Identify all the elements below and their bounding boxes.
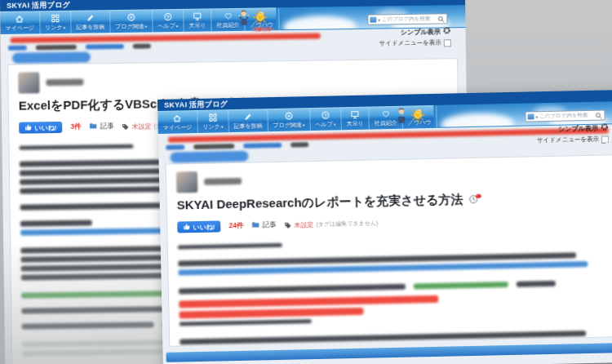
post-meta-row: いいね! 24件 記事 未設定 (タグは編集できません) (177, 211, 606, 235)
nav-item-mypage[interactable]: マイページ (157, 111, 197, 134)
nav-item-tenzuri[interactable]: 天吊り (184, 9, 212, 31)
like-button[interactable]: いいね! (177, 220, 221, 233)
nav-label: マイページ (5, 24, 34, 32)
nav-item-post-article[interactable]: 記事を投稿 (228, 109, 268, 132)
breadcrumb-link[interactable] (86, 44, 124, 50)
breadcrumb-link[interactable] (166, 144, 184, 149)
simple-view-toggle[interactable]: シンプル表示 (401, 26, 451, 37)
nav-label: 社員紹介 (216, 21, 239, 29)
nav-item-post-article[interactable]: 記事を投稿 (71, 11, 111, 33)
blog-search[interactable]: ▾ このブログ内を検索 (367, 13, 447, 24)
category-link[interactable]: 記事 (251, 220, 276, 231)
monitor-icon (350, 109, 359, 119)
nav-label: ヘルプ (315, 121, 333, 129)
redacted-text-line (517, 281, 556, 287)
redacted-button[interactable] (12, 51, 91, 63)
gear-icon (601, 122, 609, 132)
side-menu-toggle[interactable]: サイドメニューを表示 (537, 135, 609, 144)
like-count: 24件 (228, 221, 243, 231)
redacted-text-line (20, 220, 92, 226)
search-input[interactable]: このブログ内を検索 (382, 16, 437, 24)
cloud-graphic (440, 113, 514, 127)
chevron-down-icon: ▾ (303, 123, 305, 127)
breadcrumb-link[interactable] (243, 143, 282, 149)
chevron-down-icon[interactable]: ▾ (535, 114, 538, 119)
redacted-text-line (178, 243, 282, 250)
breadcrumb-link[interactable] (8, 46, 27, 51)
post-title-text: SKYAI DeepResearchのレポートを充実させる方法 (177, 192, 463, 213)
avatar (18, 72, 39, 93)
window-front: SKYAI 活用ブログ マイページ リンク▾ 記事を投稿 ブログ関連▾ (157, 90, 612, 364)
redacted-text-line (22, 322, 154, 329)
pencil-icon (86, 12, 95, 22)
author-row (176, 163, 605, 193)
simple-view-label: シンプル表示 (401, 27, 441, 37)
pin-icon (284, 111, 293, 121)
tag-label: 未設定 (294, 220, 313, 230)
simple-view-toggle[interactable]: シンプル表示 (558, 122, 609, 133)
search-input[interactable]: このブログ内を検索 (539, 112, 594, 120)
cloud-graphic (282, 16, 356, 29)
breadcrumb (166, 142, 308, 150)
redacted-text-line (21, 306, 178, 314)
svg-text:?: ? (166, 14, 170, 19)
post-title: SKYAI DeepResearchのレポートを充実させる方法 (177, 189, 606, 214)
post-body-redacted (178, 237, 611, 347)
nav-label: ブログ関連 (115, 23, 144, 31)
nav-label: 天吊り (188, 21, 206, 29)
side-menu-toggle[interactable]: サイドメニューを表示 (379, 38, 450, 47)
svg-text:?: ? (324, 113, 327, 118)
redacted-highlight-line (179, 295, 438, 309)
redacted-highlight-line (179, 308, 363, 319)
nav-label: ブログ関連 (273, 121, 302, 130)
side-menu-checkbox[interactable] (444, 39, 451, 47)
search-icon[interactable] (437, 11, 445, 26)
avatar (176, 171, 198, 193)
category-label: 記事 (100, 122, 114, 131)
tag-label: 未設定 (132, 122, 152, 131)
pin-icon (126, 12, 135, 22)
nav-label: 記事を投稿 (76, 23, 104, 31)
pencil-icon (243, 112, 252, 122)
redacted-text-line (180, 345, 330, 347)
nav-item-mypage[interactable]: マイページ (0, 11, 40, 34)
nav-item-link[interactable]: リンク▾ (197, 110, 229, 133)
category-link[interactable]: 記事 (90, 122, 114, 131)
heart-icon (224, 11, 233, 20)
mascot-person (237, 10, 250, 29)
heart-icon (381, 109, 390, 118)
help-icon: ? (163, 11, 172, 21)
nav-item-blog-related[interactable]: ブログ関連▾ (268, 109, 311, 131)
nav-mascots: 太陽社風へ (237, 9, 275, 33)
blog-search[interactable]: ▾ このブログ内を検索 (525, 110, 605, 122)
chevron-down-icon[interactable]: ▾ (378, 17, 380, 22)
help-icon: ? (321, 110, 330, 120)
home-icon (173, 113, 182, 122)
nav-item-help[interactable]: ? ヘルプ▾ (310, 108, 342, 131)
side-menu-label: サイドメニューを表示 (537, 135, 599, 145)
breadcrumb-item (133, 43, 151, 48)
nav-item-blog-related[interactable]: ブログ関連▾ (110, 10, 153, 33)
search-icon[interactable] (595, 108, 602, 122)
clock-icon[interactable] (468, 193, 481, 206)
nav-label: リンク (45, 24, 63, 32)
breadcrumb-item (36, 45, 77, 51)
side-menu-checkbox[interactable] (601, 135, 609, 143)
mascot-sun: 太陽社風へ (252, 9, 275, 32)
nav-item-tenzuri[interactable]: 天吊り (341, 108, 370, 131)
grid-icon (208, 112, 217, 122)
nav-item-help[interactable]: ? ヘルプ▾ (153, 10, 184, 33)
post-card: SKYAI DeepResearchのレポートを充実させる方法 いいね! 24件… (166, 154, 612, 347)
home-icon (16, 14, 24, 24)
folder-icon (90, 122, 98, 131)
tag-note: (タグは編集できません) (316, 219, 378, 229)
site-title: SKYAI 活用ブログ (7, 1, 70, 10)
nav-item-link[interactable]: リンク▾ (40, 11, 71, 34)
like-button[interactable]: いいね! (19, 122, 62, 134)
mascot-sun (410, 107, 425, 126)
sun-caption: 太陽社風へ (252, 26, 275, 32)
breadcrumb-item (193, 144, 234, 149)
chevron-down-icon: ▾ (145, 24, 148, 29)
redacted-button[interactable] (170, 151, 248, 163)
like-label: いいね! (34, 123, 56, 132)
